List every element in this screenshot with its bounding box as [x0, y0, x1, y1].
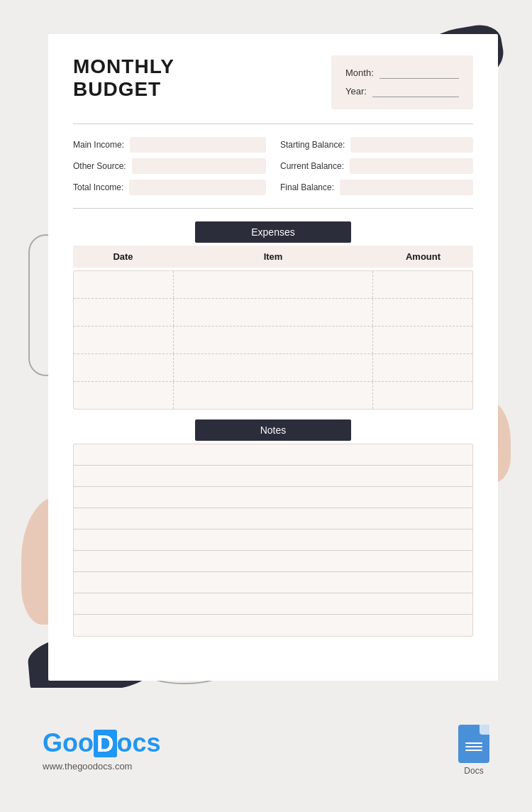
expenses-header: Expenses [195, 221, 351, 243]
document-title: MONTHLY BUDGET [73, 55, 174, 101]
brand-logo: GooDocs [43, 728, 161, 758]
month-year-box: Month: Year: [331, 55, 473, 109]
col-header-item: Item [173, 251, 373, 262]
table-row [74, 327, 472, 354]
expenses-table-header: Date Item Amount [73, 246, 473, 268]
note-line-7[interactable] [74, 572, 472, 593]
month-field-row: Month: [345, 64, 459, 82]
notes-header: Notes [195, 419, 351, 441]
starting-balance-field[interactable] [350, 137, 473, 153]
total-income-field[interactable] [129, 180, 266, 195]
month-input[interactable] [379, 67, 459, 79]
cell-date-2[interactable] [74, 299, 174, 326]
divider-top [73, 124, 473, 124]
note-line-4[interactable] [74, 508, 472, 530]
table-row [74, 354, 472, 382]
current-balance-field[interactable] [350, 158, 473, 174]
total-income-row: Total Income: [73, 180, 266, 195]
docs-icon: Docs [458, 725, 489, 776]
divider-mid [73, 208, 473, 209]
note-line-9[interactable] [74, 615, 472, 636]
col-header-date: Date [73, 251, 173, 262]
document: MONTHLY BUDGET Month: Year: Main Income:… [48, 34, 498, 681]
cell-item-1[interactable] [174, 271, 373, 298]
brand-url[interactable]: www.thegoodocs.com [43, 761, 161, 772]
current-balance-row: Current Balance: [280, 158, 473, 174]
docs-file-lines [465, 742, 482, 751]
income-section: Main Income: Starting Balance: Other Sou… [73, 137, 473, 195]
docs-file-icon [458, 725, 489, 763]
cell-amount-1[interactable] [373, 271, 473, 298]
main-income-row: Main Income: [73, 137, 266, 153]
expenses-table-body [73, 270, 473, 410]
notes-body [73, 444, 473, 637]
final-balance-row: Final Balance: [280, 180, 473, 195]
note-line-6[interactable] [74, 551, 472, 572]
cell-amount-2[interactable] [373, 299, 473, 326]
table-row [74, 382, 472, 409]
note-line-5[interactable] [74, 530, 472, 551]
cell-amount-4[interactable] [373, 354, 473, 381]
cell-item-3[interactable] [174, 327, 373, 353]
year-field-row: Year: [345, 82, 459, 101]
starting-balance-row: Starting Balance: [280, 137, 473, 153]
cell-item-2[interactable] [174, 299, 373, 326]
cell-date-1[interactable] [74, 271, 174, 298]
cell-date-3[interactable] [74, 327, 174, 353]
year-input[interactable] [372, 86, 459, 97]
footer: GooDocs www.thegoodocs.com Docs [0, 688, 532, 812]
cell-date-5[interactable] [74, 382, 174, 409]
main-income-field[interactable] [130, 137, 266, 153]
docs-label: Docs [464, 766, 483, 776]
table-row [74, 271, 472, 299]
cell-amount-5[interactable] [373, 382, 473, 409]
other-source-row: Other Source: [73, 158, 266, 174]
final-balance-field[interactable] [340, 180, 473, 195]
cell-item-5[interactable] [174, 382, 373, 409]
notes-section: Notes [73, 419, 473, 637]
note-line-2[interactable] [74, 466, 472, 487]
cell-date-4[interactable] [74, 354, 174, 381]
document-header: MONTHLY BUDGET Month: Year: [73, 55, 473, 109]
brand-left: GooDocs www.thegoodocs.com [43, 728, 161, 772]
note-line-8[interactable] [74, 593, 472, 615]
other-source-field[interactable] [132, 158, 266, 174]
cell-item-4[interactable] [174, 354, 373, 381]
note-line-1[interactable] [74, 444, 472, 466]
col-header-amount: Amount [373, 251, 473, 262]
expenses-section: Expenses Date Item Amount [73, 221, 473, 410]
table-row [74, 299, 472, 327]
note-line-3[interactable] [74, 487, 472, 508]
cell-amount-3[interactable] [373, 327, 473, 353]
